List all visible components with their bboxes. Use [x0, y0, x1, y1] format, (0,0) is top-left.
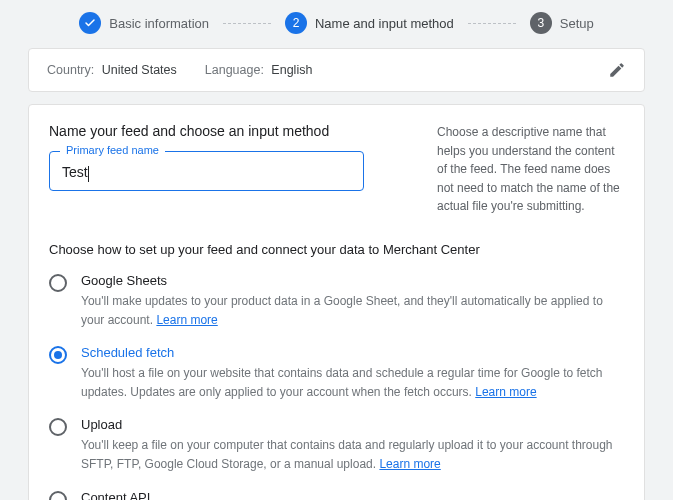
country-key: Country:	[47, 63, 94, 77]
main-card: Name your feed and choose an input metho…	[28, 104, 645, 500]
step-label: Basic information	[109, 16, 209, 31]
stepper: Basic information 2 Name and input metho…	[0, 0, 673, 48]
summary-card: Country: United States Language: English	[28, 48, 645, 92]
option-scheduled-fetch[interactable]: Scheduled fetch You'll host a file on yo…	[49, 339, 624, 411]
primary-feed-name-field[interactable]: Primary feed name Test	[49, 151, 364, 191]
learn-more-link[interactable]: Learn more	[156, 313, 217, 327]
step-name-input-method: 2 Name and input method	[285, 12, 454, 34]
option-desc: You'll make updates to your product data…	[81, 292, 624, 329]
step-connector	[223, 23, 271, 24]
radio-icon[interactable]	[49, 418, 67, 436]
step-basic-info: Basic information	[79, 12, 209, 34]
section-heading: Name your feed and choose an input metho…	[49, 123, 409, 139]
country-value: United States	[102, 63, 177, 77]
option-title: Content API	[81, 490, 624, 500]
radio-icon[interactable]	[49, 346, 67, 364]
step-setup: 3 Setup	[530, 12, 594, 34]
field-label: Primary feed name	[60, 144, 165, 156]
step-connector	[468, 23, 516, 24]
option-upload[interactable]: Upload You'll keep a file on your comput…	[49, 411, 624, 483]
option-title: Google Sheets	[81, 273, 624, 288]
country-meta: Country: United States	[47, 63, 177, 77]
option-google-sheets[interactable]: Google Sheets You'll make updates to you…	[49, 267, 624, 339]
subheading: Choose how to set up your feed and conne…	[49, 242, 624, 257]
language-meta: Language: English	[205, 63, 313, 77]
learn-more-link[interactable]: Learn more	[475, 385, 536, 399]
radio-icon[interactable]	[49, 491, 67, 500]
meta-row: Country: United States Language: English	[47, 63, 312, 77]
check-icon	[79, 12, 101, 34]
edit-icon[interactable]	[608, 61, 626, 79]
option-desc: You'll host a file on your website that …	[81, 364, 624, 401]
option-title: Upload	[81, 417, 624, 432]
step-number-icon: 2	[285, 12, 307, 34]
step-label: Setup	[560, 16, 594, 31]
option-desc: You'll keep a file on your computer that…	[81, 436, 624, 473]
step-number-icon: 3	[530, 12, 552, 34]
option-desc-text: You'll keep a file on your computer that…	[81, 438, 613, 471]
language-key: Language:	[205, 63, 264, 77]
language-value: English	[271, 63, 312, 77]
learn-more-link[interactable]: Learn more	[379, 457, 440, 471]
text-cursor-icon	[88, 166, 89, 182]
help-text: Choose a descriptive name that helps you…	[409, 123, 624, 216]
field-value: Test	[62, 164, 88, 180]
option-content-api[interactable]: Content API The Content API for Shopping…	[49, 484, 624, 500]
radio-icon[interactable]	[49, 274, 67, 292]
option-title: Scheduled fetch	[81, 345, 624, 360]
step-label: Name and input method	[315, 16, 454, 31]
